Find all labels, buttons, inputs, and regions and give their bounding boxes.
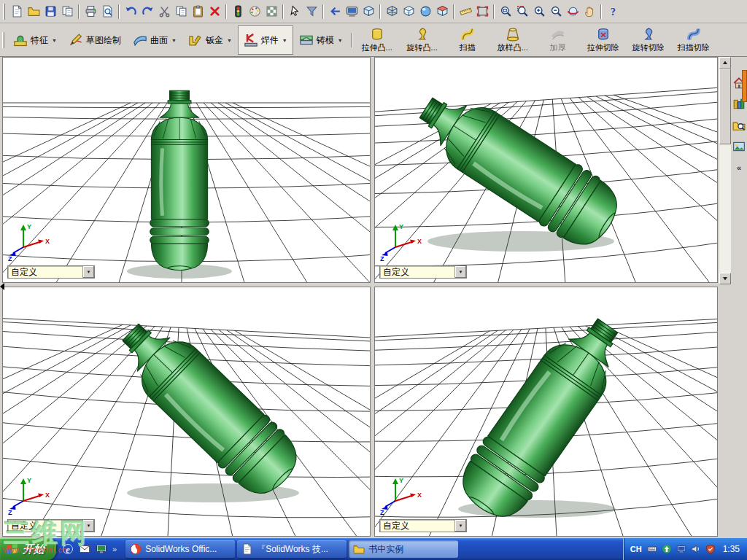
task-button-1[interactable]: 『SolidWorks 技... — [237, 540, 347, 558]
chevron-down-icon[interactable]: ▼ — [338, 38, 343, 43]
scrollbar-thumb[interactable] — [719, 69, 731, 144]
tray-update-button[interactable] — [662, 544, 673, 555]
start-button[interactable]: 开始 — [0, 538, 56, 560]
shaded-button[interactable] — [417, 4, 433, 20]
cm-tab-weldment[interactable]: 焊件 ▼ — [238, 26, 293, 55]
3d-view-canvas[interactable] — [3, 58, 370, 282]
cm-tab-mold[interactable]: 铸模 ▼ — [293, 26, 349, 55]
undo-button[interactable] — [123, 4, 139, 20]
cm-tab-surface[interactable]: 曲面 ▼ — [127, 26, 182, 55]
file-explorer-button[interactable] — [732, 118, 746, 133]
cm-tool-sweepCut[interactable]: 扫描切除 — [671, 26, 716, 55]
tray-keyboard-button[interactable] — [647, 544, 658, 555]
open-button[interactable] — [26, 4, 42, 20]
full-screen-button[interactable] — [474, 4, 490, 20]
view-preset-combo[interactable]: 自定义 ▼ — [379, 265, 467, 279]
chevron-down-icon[interactable]: ▼ — [227, 38, 232, 43]
chevron-left-icon: « — [737, 163, 741, 172]
view-palette-button[interactable] — [732, 139, 746, 154]
view-preset-combo[interactable]: 自定义 ▼ — [379, 519, 467, 532]
save-button[interactable] — [42, 4, 58, 20]
cm-tool-loft[interactable]: 放样凸... — [490, 26, 535, 55]
vertical-scrollbar[interactable] — [719, 57, 731, 284]
cm-tab-features[interactable]: 特征 ▼ — [7, 26, 63, 55]
save-all-button[interactable] — [59, 4, 75, 20]
cm-tab-label: 焊件 — [261, 34, 279, 47]
3d-view-canvas[interactable] — [375, 58, 717, 282]
collapse-taskpane-button[interactable]: « — [732, 160, 746, 175]
splitter-handle[interactable] — [0, 283, 4, 290]
paste-button[interactable] — [190, 4, 206, 20]
rotate-view-button[interactable] — [565, 4, 581, 20]
show-desktop-button[interactable] — [94, 542, 109, 556]
delete-button[interactable] — [206, 4, 222, 20]
new-button[interactable] — [9, 4, 25, 20]
select-button[interactable] — [287, 4, 303, 20]
scroll-down-button[interactable] — [719, 273, 731, 284]
view-orientation-button[interactable] — [360, 4, 376, 20]
viewport-bottom-left[interactable]: Y X Z 自定义 ▼ — [2, 287, 371, 537]
delete-icon — [209, 5, 221, 18]
task-button-0[interactable]: SolidWorks Offic... — [125, 540, 235, 558]
combo-dropdown-button[interactable]: ▼ — [82, 520, 94, 532]
hidden-lines-visible-button[interactable] — [400, 4, 417, 20]
side-tab[interactable] — [742, 70, 747, 102]
print-preview-button[interactable] — [99, 4, 115, 20]
cm-tab-sketch[interactable]: 草图绘制 — [63, 26, 127, 55]
copy-button[interactable] — [173, 4, 189, 20]
redo-button[interactable] — [139, 4, 155, 20]
bottle-model[interactable] — [150, 90, 209, 270]
internet-explorer-button[interactable]: e — [61, 542, 75, 556]
cm-tool-revolveCut[interactable]: 旋转切除 — [626, 26, 671, 55]
standard-views-button[interactable] — [344, 4, 360, 20]
view-preset-combo[interactable]: 自定义 ▼ — [7, 265, 95, 279]
chevron-right-icon[interactable]: » — [111, 545, 118, 553]
chevron-down-icon[interactable]: ▼ — [282, 38, 287, 43]
view-preset-combo[interactable]: 自定义 ▼ — [7, 519, 95, 532]
zoom-to-area-button[interactable] — [514, 4, 530, 20]
cm-tool-label: 扫描 — [460, 42, 476, 53]
zoom-out-button[interactable] — [548, 4, 564, 20]
previous-view-button[interactable] — [327, 4, 343, 20]
cm-tab-sheetmetal[interactable]: 钣金 ▼ — [182, 26, 238, 55]
viewport-top-right[interactable]: Y X Z 自定义 ▼ — [374, 57, 718, 283]
combo-dropdown-button[interactable]: ▼ — [454, 520, 466, 532]
tray-antivirus-button[interactable] — [705, 544, 716, 555]
cm-tool-extrudeCut[interactable]: 拉伸切除 — [581, 26, 626, 55]
print-button[interactable] — [82, 4, 98, 20]
language-indicator[interactable]: CH — [630, 545, 643, 553]
wireframe-button[interactable] — [384, 4, 400, 20]
chevron-down-icon[interactable]: ▼ — [52, 38, 57, 43]
cut-button[interactable] — [156, 4, 172, 20]
3d-view-canvas[interactable] — [3, 287, 370, 536]
toolbar-grip[interactable] — [2, 32, 4, 48]
viewport-bottom-right[interactable]: Y X Z 自定义 ▼ — [374, 287, 718, 537]
texture-button[interactable] — [263, 4, 279, 20]
task-button-2[interactable]: 书中实例 — [349, 540, 458, 558]
tray-display-button[interactable] — [676, 544, 687, 555]
3d-view-canvas[interactable] — [375, 287, 717, 536]
combo-dropdown-button[interactable]: ▼ — [82, 266, 94, 278]
chevron-down-icon[interactable]: ▼ — [171, 38, 177, 43]
bottle-model[interactable] — [406, 78, 628, 257]
swLogo-icon — [130, 543, 142, 555]
measure-button[interactable] — [457, 4, 473, 20]
cm-tool-extrudeBoss[interactable]: 拉伸凸... — [355, 26, 400, 55]
viewport-top-left[interactable]: Y X Z 自定义 ▼ — [2, 57, 371, 283]
pan-button[interactable] — [581, 4, 597, 20]
mail-button[interactable] — [77, 542, 92, 556]
edit-color-button[interactable] — [247, 4, 263, 20]
help-button[interactable]: ? — [605, 4, 621, 20]
save-all-icon — [61, 5, 74, 18]
scroll-up-button[interactable] — [719, 57, 731, 69]
zoom-in-button[interactable] — [531, 4, 547, 20]
cm-tool-sweep[interactable]: 扫描 — [445, 26, 490, 55]
cm-tool-revolveBoss[interactable]: 旋转凸... — [400, 26, 445, 55]
combo-dropdown-button[interactable]: ▼ — [454, 266, 466, 278]
section-view-button[interactable] — [434, 4, 450, 20]
selection-filter-button[interactable] — [303, 4, 320, 20]
zoom-to-fit-button[interactable] — [498, 4, 514, 20]
toolbar-grip[interactable] — [3, 4, 5, 20]
rebuild-button[interactable] — [230, 4, 246, 20]
tray-volume-button[interactable] — [691, 544, 702, 555]
